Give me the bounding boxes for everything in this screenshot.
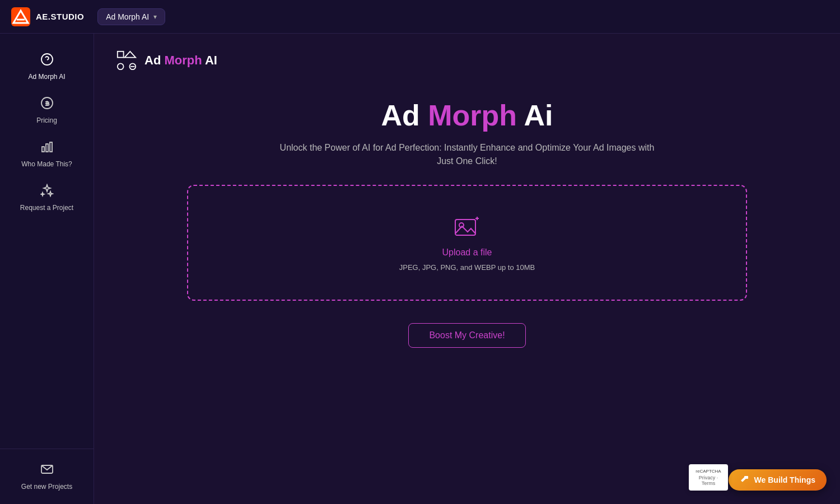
sidebar-item-who-made-this[interactable]: Who Made This? bbox=[0, 132, 94, 176]
svg-marker-12 bbox=[124, 52, 136, 58]
svg-rect-8 bbox=[46, 144, 48, 152]
sidebar-item-request-project[interactable]: Request a Project bbox=[0, 176, 94, 220]
sidebar: Ad Morph AI Pricing Who Mad bbox=[0, 34, 94, 504]
we-build-things-badge[interactable]: We Build Things bbox=[729, 469, 827, 491]
svg-rect-21 bbox=[744, 476, 748, 479]
hero-title-prefix: Ad bbox=[381, 99, 428, 132]
bar-chart-icon bbox=[40, 140, 54, 157]
boost-button[interactable]: Boost My Creative! bbox=[408, 323, 525, 348]
page-header-title-accent: Morph bbox=[164, 53, 202, 67]
sidebar-label-ad-morph-ai: Ad Morph AI bbox=[28, 73, 65, 81]
chevron-down-icon: ▾ bbox=[153, 13, 157, 21]
sidebar-label-who-made-this: Who Made This? bbox=[21, 160, 72, 168]
envelope-icon bbox=[40, 463, 54, 479]
main-layout: Ad Morph AI Pricing Who Mad bbox=[0, 34, 840, 504]
sparkles-icon bbox=[40, 184, 54, 200]
sidebar-item-get-new-projects[interactable]: Get new Projects bbox=[0, 455, 94, 498]
content-area: Ad Morph AI Ad Morph Ai Unlock the Power… bbox=[94, 34, 840, 504]
svg-point-13 bbox=[118, 63, 124, 69]
svg-point-3 bbox=[41, 54, 53, 65]
page-header: Ad Morph AI bbox=[116, 50, 818, 71]
upload-hint: JPEG, JPG, PNG, and WEBP up to 10MB bbox=[399, 263, 535, 272]
hammer-icon bbox=[740, 475, 750, 485]
recaptcha-links: Privacy · Terms bbox=[694, 475, 722, 486]
svg-rect-11 bbox=[118, 52, 124, 58]
we-build-things-label: We Build Things bbox=[754, 475, 815, 484]
sidebar-label-pricing: Pricing bbox=[36, 116, 57, 124]
hero-section: Ad Morph Ai Unlock the Power of AI for A… bbox=[116, 99, 818, 348]
dollar-circle-icon bbox=[40, 96, 54, 113]
svg-rect-7 bbox=[42, 147, 44, 152]
logo-text: AE.STUDIO bbox=[36, 12, 84, 21]
svg-rect-16 bbox=[455, 220, 475, 235]
sidebar-bottom: Get new Projects bbox=[0, 449, 94, 498]
top-nav: AE.STUDIO Ad Morph AI ▾ bbox=[0, 0, 840, 34]
hero-subtitle: Unlock the Power of AI for Ad Perfection… bbox=[271, 141, 663, 168]
question-circle-icon bbox=[40, 53, 54, 69]
svg-rect-9 bbox=[50, 142, 52, 152]
recaptcha-badge: reCAPTCHA Privacy · Terms bbox=[689, 464, 728, 491]
ae-studio-logo bbox=[11, 7, 30, 26]
upload-dropzone[interactable]: Upload a file JPEG, JPG, PNG, and WEBP u… bbox=[187, 185, 747, 301]
morph-icon bbox=[116, 50, 137, 71]
sidebar-label-get-new-projects: Get new Projects bbox=[21, 483, 72, 491]
recaptcha-title: reCAPTCHA bbox=[694, 469, 722, 474]
sidebar-item-ad-morph-ai[interactable]: Ad Morph AI bbox=[0, 45, 94, 88]
hero-title: Ad Morph Ai bbox=[116, 99, 818, 132]
upload-image-icon bbox=[453, 214, 481, 242]
hero-title-accent: Morph bbox=[428, 99, 517, 132]
page-header-title-suffix: AI bbox=[202, 53, 217, 67]
logo-area[interactable]: AE.STUDIO bbox=[11, 7, 84, 26]
app-selector-button[interactable]: Ad Morph AI ▾ bbox=[97, 8, 165, 25]
page-header-title-prefix: Ad bbox=[144, 53, 164, 67]
sidebar-item-pricing[interactable]: Pricing bbox=[0, 88, 94, 132]
page-header-title: Ad Morph AI bbox=[144, 53, 217, 68]
sidebar-label-request-project: Request a Project bbox=[20, 204, 73, 212]
app-selector-label: Ad Morph AI bbox=[106, 12, 149, 21]
upload-label: Upload a file bbox=[442, 248, 492, 258]
hero-title-suffix: Ai bbox=[517, 99, 553, 132]
